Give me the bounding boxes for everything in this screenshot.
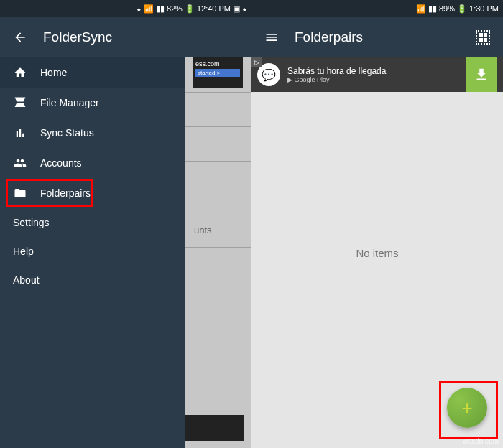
hamburger-icon — [264, 30, 279, 45]
navigation-drawer: Home File Manager Sync Status Accounts F… — [0, 57, 185, 448]
nav-label: Accounts — [40, 157, 82, 169]
dropbox-icon-2: ⬥ — [242, 4, 247, 13]
status-icons: 📶 ▮▮ 89% 🔋 1:30 PM — [416, 4, 499, 14]
ad-close-icon[interactable]: ▷ — [251, 57, 262, 67]
nav-item-settings[interactable]: Settings — [0, 208, 185, 237]
arrow-back-icon — [13, 30, 27, 45]
home-icon — [13, 65, 27, 80]
battery-icon: 🔋 — [457, 4, 467, 14]
app-title: FolderSync — [43, 29, 240, 45]
nav-item-folderpairs[interactable]: Folderpairs — [0, 178, 185, 208]
ad-text: Sabrás tu hora de llegada ▶ Google Play — [287, 66, 458, 83]
grid-view-button[interactable] — [474, 29, 492, 46]
status-icons: ⬥ 📶 ▮▮ 82% 🔋 12:40 PM ▣ ⬥ — [137, 4, 247, 14]
nav-label: Sync Status — [40, 127, 94, 139]
app-bar: Folderpairs — [251, 17, 503, 57]
clock: 12:40 PM — [197, 4, 231, 13]
status-bar: ⬥ 📶 ▮▮ 82% 🔋 12:40 PM ▣ ⬥ — [0, 0, 251, 17]
clock: 1:30 PM — [469, 4, 499, 13]
nav-label: Settings — [13, 217, 50, 228]
nav-label: File Manager — [40, 97, 99, 108]
add-button[interactable]: + — [447, 388, 487, 428]
signal-icon: ▮▮ — [156, 4, 165, 14]
right-screenshot: 📶 ▮▮ 89% 🔋 1:30 PM Folderpairs ▷ 💬 Sabrá… — [251, 0, 503, 448]
download-icon — [474, 67, 489, 83]
app-bar: FolderSync — [0, 17, 251, 57]
nav-item-home[interactable]: Home — [0, 57, 185, 88]
wifi-icon: 📶 — [144, 4, 154, 14]
ad-source: ▶ Google Play — [287, 76, 458, 83]
menu-button[interactable] — [263, 29, 280, 46]
bg-button — [185, 415, 244, 441]
empty-state-text: No items — [356, 247, 398, 259]
ad-fragment: ess.com started > — [193, 57, 243, 88]
nav-label: Home — [40, 67, 67, 78]
nav-label: Help — [13, 246, 34, 257]
nav-item-help[interactable]: Help — [0, 237, 185, 266]
battery-percent: 82% — [167, 4, 183, 13]
chart-icon — [13, 126, 27, 140]
left-screenshot: ⬥ 📶 ▮▮ 82% 🔋 12:40 PM ▣ ⬥ FolderSync ess… — [0, 0, 251, 448]
back-button[interactable] — [11, 29, 29, 46]
main-content: ▷ 💬 Sabrás tu hora de llegada ▶ Google P… — [251, 57, 503, 448]
status-bar: 📶 ▮▮ 89% 🔋 1:30 PM — [251, 0, 503, 17]
dropbox-icon: ⬥ — [137, 4, 142, 13]
plus-icon: + — [461, 397, 472, 419]
battery-percent: 89% — [439, 4, 455, 13]
ad-download-button[interactable] — [466, 57, 497, 92]
watermark: wsxdn.com — [463, 437, 499, 445]
nav-label: About — [13, 274, 40, 286]
nav-item-file-manager[interactable]: File Manager — [0, 88, 185, 118]
nav-item-sync-status[interactable]: Sync Status — [0, 118, 185, 148]
wifi-icon: 📶 — [416, 4, 426, 14]
drive-icon — [13, 95, 27, 110]
users-icon — [13, 156, 27, 170]
ad-banner[interactable]: ▷ 💬 Sabrás tu hora de llegada ▶ Google P… — [251, 57, 503, 92]
battery-icon: 🔋 — [185, 4, 195, 14]
nav-label: Folderpairs — [40, 187, 91, 199]
nav-item-about[interactable]: About — [0, 266, 185, 294]
nav-item-accounts[interactable]: Accounts — [0, 148, 185, 178]
app-title: Folderpairs — [295, 29, 460, 45]
folder-icon — [13, 186, 27, 200]
signal-icon: ▮▮ — [428, 4, 437, 14]
cast-icon: ▣ — [233, 4, 240, 14]
grid-icon — [476, 30, 490, 45]
